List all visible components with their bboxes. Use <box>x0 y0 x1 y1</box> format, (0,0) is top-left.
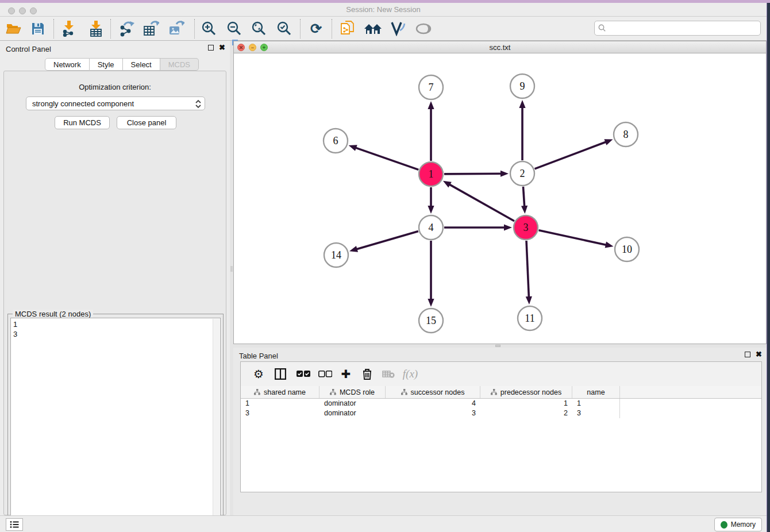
node-table: shared nameMCDS rolesuccessor nodesprede… <box>241 386 761 492</box>
desktop-background-right <box>767 3 770 532</box>
graph-edge-1-2[interactable] <box>444 174 502 174</box>
close-panel-icon[interactable]: ✖ <box>219 45 225 51</box>
main-toolbar: ⟳ <box>0 17 767 41</box>
select-all-columns-button[interactable] <box>294 364 313 384</box>
select-stepper-icon <box>195 99 202 111</box>
cybrowser-home-button[interactable] <box>361 18 384 39</box>
unselect-all-columns-button[interactable] <box>315 364 335 384</box>
export-network-icon <box>118 21 134 37</box>
graph-node-label: 4 <box>429 222 434 233</box>
table-cell[interactable]: dominator <box>319 399 386 408</box>
tab-style[interactable]: Style <box>90 58 123 71</box>
table-cell[interactable]: 1 <box>572 399 620 408</box>
graph-edge-4-14[interactable] <box>356 231 418 249</box>
table-panel-title: Table Panel <box>239 352 278 360</box>
table-cell[interactable]: 1 <box>480 399 572 408</box>
network-view-window: ✕ − + scc.txt 1234678910111415 <box>233 41 767 344</box>
table-cell[interactable]: 1 <box>241 399 319 408</box>
tab-select[interactable]: Select <box>123 58 160 71</box>
zoom-in-button[interactable] <box>197 18 220 39</box>
tab-network[interactable]: Network <box>45 58 90 71</box>
table-cell[interactable]: 4 <box>386 399 480 408</box>
graph-edge-arrowhead <box>349 246 358 252</box>
import-table-button[interactable] <box>84 18 107 39</box>
close-panel-button[interactable]: Close panel <box>117 116 176 129</box>
graph-node-label: 14 <box>331 249 341 261</box>
column-header-name[interactable]: name <box>572 386 620 398</box>
graph-node-label: 9 <box>520 80 525 92</box>
export-image-button[interactable] <box>165 18 188 39</box>
graph-node-label: 15 <box>426 315 436 326</box>
network-canvas[interactable]: 1234678910111415 <box>234 53 766 344</box>
zoom-out-button[interactable] <box>222 18 245 39</box>
tab-mcds[interactable]: MCDS <box>160 58 199 71</box>
column-header-label: successor nodes <box>411 388 465 396</box>
float-panel-icon[interactable] <box>208 45 214 51</box>
table-cell[interactable]: 3 <box>386 408 480 418</box>
graph-edge-2-8[interactable] <box>535 142 607 169</box>
splitter-handle[interactable] <box>495 345 500 347</box>
run-mcds-button[interactable]: Run MCDS <box>55 116 110 129</box>
table-cell[interactable]: dominator <box>319 408 386 418</box>
float-panel-icon[interactable] <box>745 352 750 357</box>
function-builder-button[interactable]: f(x) <box>401 364 420 384</box>
table-settings-button[interactable]: ⚙ <box>249 364 268 384</box>
splitter-handle[interactable] <box>230 266 233 272</box>
checked-boxes-icon <box>297 371 310 377</box>
graph-node-label: 8 <box>623 129 629 140</box>
table-cell[interactable]: 3 <box>241 408 319 418</box>
network-window-titlebar: ✕ − + scc.txt <box>234 41 766 53</box>
clone-network-button[interactable] <box>336 18 359 39</box>
import-network-button[interactable] <box>57 18 80 39</box>
graph-edge-arrowhead <box>519 100 525 108</box>
graph-edge-3-10[interactable] <box>538 230 606 245</box>
delete-column-button[interactable] <box>357 364 377 384</box>
result-scrollbar[interactable] <box>213 319 220 523</box>
toggle-style-button[interactable] <box>386 18 409 39</box>
eye-icon <box>415 22 432 35</box>
table-cell[interactable]: 3 <box>572 408 620 418</box>
memory-label: Memory <box>731 521 756 529</box>
result-line: 3 <box>13 329 218 339</box>
control-panel: Control Panel ✖ Network Style Select MCD… <box>0 41 230 515</box>
graph-edge-arrowhead <box>521 206 528 214</box>
task-history-button[interactable] <box>6 518 23 531</box>
graph-node-label: 1 <box>429 168 434 180</box>
result-line: 1 <box>13 319 218 329</box>
open-file-button[interactable] <box>2 18 25 39</box>
screen: Session: New Session <box>0 0 770 532</box>
add-column-button[interactable]: ✚ <box>336 364 356 384</box>
export-table-button[interactable] <box>140 18 163 39</box>
table-row[interactable]: 1dominator411 <box>241 399 761 408</box>
refresh-layout-button[interactable]: ⟳ <box>305 18 328 39</box>
graph-edge-3-11[interactable] <box>526 241 529 298</box>
graph-edge-3-1[interactable] <box>449 184 514 221</box>
table-row[interactable]: 3dominator323 <box>241 408 761 418</box>
column-header-predecessor-nodes[interactable]: predecessor nodes <box>480 386 572 398</box>
list-icon <box>10 521 19 529</box>
delete-table-button[interactable] <box>379 364 398 384</box>
window-title: Session: New Session <box>0 5 767 14</box>
mcds-result-text[interactable]: 1 3 <box>10 318 221 525</box>
control-panel-title: Control Panel <box>6 45 51 53</box>
export-network-button[interactable] <box>115 18 138 39</box>
graph-edge-1-6[interactable] <box>355 148 418 170</box>
graph-node-label: 6 <box>333 135 338 147</box>
optimization-criterion-select[interactable]: strongly connected component <box>26 97 205 110</box>
column-header-MCDS-role[interactable]: MCDS role <box>319 386 386 398</box>
save-session-button[interactable] <box>26 18 49 39</box>
column-header-shared-name[interactable]: shared name <box>241 386 319 398</box>
close-panel-icon[interactable]: ✖ <box>756 352 762 357</box>
show-column-pane-button[interactable] <box>271 364 290 384</box>
zoom-selected-button[interactable] <box>272 18 295 39</box>
toggle-visibility-button[interactable] <box>412 18 435 39</box>
graph-edge-2-3[interactable] <box>523 187 524 207</box>
zoom-fit-button[interactable] <box>247 18 270 39</box>
graph-node-label: 7 <box>429 82 434 93</box>
column-header-successor-nodes[interactable]: successor nodes <box>386 386 480 398</box>
style-brush-icon <box>390 21 406 36</box>
table-cell[interactable]: 2 <box>480 408 572 418</box>
memory-button[interactable]: Memory <box>714 518 762 531</box>
search-input[interactable] <box>594 21 761 36</box>
import-table-icon <box>89 21 103 37</box>
